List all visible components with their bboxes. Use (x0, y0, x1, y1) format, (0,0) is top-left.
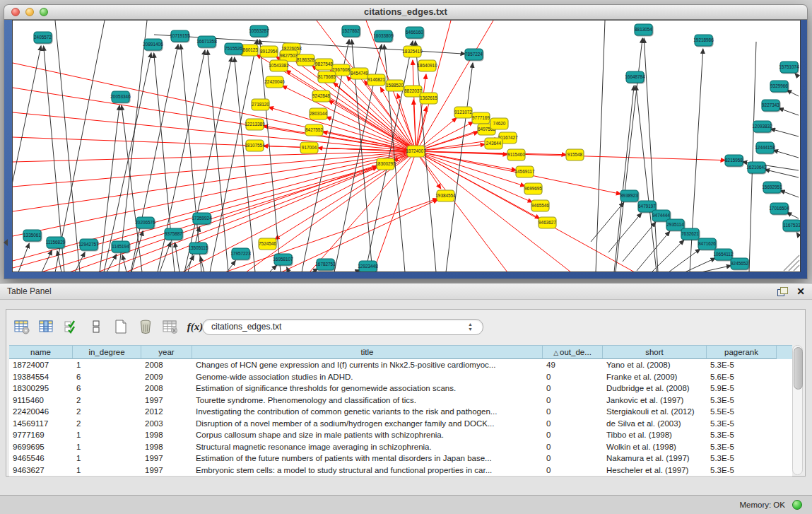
column-header-out-de[interactable]: △out_de... (543, 346, 603, 359)
column-header-title[interactable]: title (192, 346, 543, 359)
network-node[interactable]: 13505115 (189, 243, 208, 254)
network-node[interactable]: 16958107 (273, 254, 293, 265)
network-node[interactable]: 9375887 (165, 228, 182, 240)
network-node[interactable]: 7515526 (225, 43, 242, 54)
network-node[interactable]: 9121072 (454, 107, 472, 118)
table-row[interactable]: 946362711997Embryonic stem cells: a mode… (9, 465, 792, 477)
network-node[interactable]: 10719155 (170, 30, 190, 42)
network-node[interactable]: 20206576 (135, 217, 155, 228)
column-header-in-degree[interactable]: in_degree (73, 346, 141, 359)
minimize-window-button[interactable] (25, 8, 34, 16)
network-node[interactable]: 8860123 (240, 45, 258, 56)
table-row[interactable]: 1938455462009Genome-wide association stu… (9, 371, 792, 383)
network-node[interactable]: 917004 (300, 142, 318, 153)
network-node[interactable]: 12213389 (245, 119, 265, 130)
table-scrollbar-thumb[interactable] (794, 347, 803, 390)
table-row[interactable]: 977716911998Corpus callosum shape and si… (9, 429, 792, 441)
network-node[interactable]: 18325419 (402, 46, 423, 57)
table-selector-dropdown[interactable]: citations_edges.txt ▲▼ (202, 319, 483, 335)
network-node[interactable]: 8454749 (351, 68, 368, 79)
network-node[interactable]: 12942757 (78, 239, 99, 250)
network-node[interactable]: 17016504 (769, 203, 789, 214)
table-row[interactable]: 969969511998Structural magnetic resonanc… (9, 441, 792, 453)
network-node[interactable]: 15751074 (779, 62, 799, 73)
row-height-icon[interactable] (87, 317, 105, 336)
network-node[interactable]: 2405572 (34, 32, 52, 43)
column-header-name[interactable]: name (9, 346, 73, 359)
network-node[interactable]: 9227343 (762, 100, 779, 111)
network-node[interactable]: 11156829 (46, 237, 66, 248)
network-node[interactable]: 9146821 (367, 74, 385, 86)
network-node[interactable]: 2935114 (666, 219, 684, 230)
network-node[interactable]: 18640910 (417, 60, 437, 71)
network-node[interactable]: 2718120 (252, 99, 269, 110)
network-node[interactable]: 16648784 (625, 71, 645, 83)
network-node[interactable]: 1145194 (112, 241, 129, 252)
network-node[interactable]: 10654112 (714, 249, 734, 260)
network-node[interactable]: 8471626 (698, 238, 716, 250)
network-node[interactable]: 17359924 (192, 213, 212, 224)
column-header-year[interactable]: year (141, 346, 192, 359)
table-row[interactable]: 946554611997Estimation of the future num… (9, 452, 792, 465)
network-node[interactable]: 16210643 (746, 162, 767, 173)
select-rows-icon[interactable] (62, 317, 81, 336)
network-node[interactable]: 7632621 (681, 228, 699, 240)
network-node[interactable]: 7857224 (465, 49, 483, 60)
delete-table-icon[interactable] (136, 317, 155, 336)
resize-grip-icon[interactable] (794, 265, 799, 271)
network-node[interactable]: 1588520 (386, 80, 404, 91)
table-row[interactable]: 1456911722003Disruption of a novel membe… (9, 418, 792, 430)
network-canvas[interactable]: 1872400718300295193845549121072977716964… (12, 20, 801, 272)
network-node[interactable]: 2803144 (310, 108, 327, 119)
network-node[interactable]: 12444158 (755, 142, 775, 153)
close-window-button[interactable] (11, 8, 20, 16)
network-node[interactable]: 6466160 (406, 27, 423, 38)
network-node[interactable]: 9465546 (531, 200, 549, 211)
network-node[interactable]: 10543382 (269, 60, 289, 71)
network-node[interactable]: 14569117 (515, 166, 535, 177)
zoom-window-button[interactable] (40, 8, 48, 16)
citation-network-graph[interactable]: 1872400718300295193845549121072977716964… (13, 21, 800, 271)
network-node[interactable]: 8175685 (318, 71, 336, 83)
network-node[interactable]: 19218986 (693, 35, 714, 46)
network-node[interactable]: 8427552 (305, 124, 323, 136)
network-node[interactable]: 8215958 (725, 155, 743, 166)
network-node[interactable]: 15692951 (762, 182, 782, 193)
table-row[interactable]: 1872400712008Changes of HCN gene express… (9, 359, 792, 371)
create-table-icon[interactable] (112, 317, 130, 336)
show-columns-icon[interactable] (37, 317, 56, 336)
network-node[interactable]: 22420046 (264, 76, 285, 88)
network-node[interactable]: 1362615 (420, 93, 437, 104)
close-panel-icon[interactable]: ✕ (796, 286, 805, 296)
table-row[interactable]: 1830029562008Estimation of significance … (9, 382, 792, 395)
network-node[interactable]: 1527862 (342, 25, 360, 37)
network-node[interactable]: 16033809 (373, 30, 394, 42)
network-node[interactable]: 8912954 (260, 46, 278, 57)
resize-grip-icon[interactable] (789, 260, 799, 271)
network-node[interactable]: 9329966 (770, 81, 788, 92)
network-node[interactable]: 9827548 (315, 59, 333, 70)
network-node[interactable]: 915548 (566, 149, 584, 160)
network-node[interactable]: 17957223 (230, 248, 251, 259)
network-node[interactable]: 12923448 (358, 261, 378, 271)
network-node[interactable]: 9777169 (472, 112, 490, 124)
table-settings-icon[interactable] (13, 317, 31, 336)
network-node[interactable]: 1335061 (23, 230, 41, 241)
network-node[interactable]: 243644 (485, 138, 502, 149)
network-node[interactable]: 74620 (490, 118, 508, 129)
network-node[interactable]: 8186328 (297, 54, 314, 66)
network-node[interactable]: 1167533 (783, 220, 800, 231)
network-node[interactable]: 9245652 (731, 258, 748, 269)
float-panel-icon[interactable] (777, 287, 788, 296)
network-node[interactable]: 12093832 (752, 121, 772, 132)
network-node[interactable]: 9699695 (524, 183, 542, 194)
network-node[interactable]: 9463627 (539, 217, 556, 228)
network-node[interactable]: 8813054 (635, 24, 652, 35)
network-node[interactable]: 20891406 (143, 39, 163, 50)
network-node[interactable]: 18724007 (406, 146, 426, 157)
table-scrollbar[interactable] (792, 345, 803, 475)
network-node[interactable]: 8938923 (620, 190, 638, 201)
table-row[interactable]: 2242004622012Investigating the contribut… (9, 406, 792, 418)
network-node[interactable]: 18300295 (375, 158, 396, 170)
window-titlebar[interactable]: citations_edges.txt (4, 4, 808, 20)
